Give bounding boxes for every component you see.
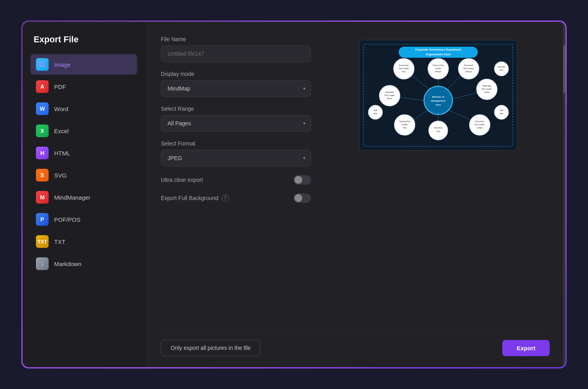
select-range-label: Select Range — [161, 106, 311, 112]
svg-text:Specialist: Specialist — [498, 66, 505, 68]
bottom-bar: Only export all pictures in the file Exp… — [161, 330, 550, 356]
image-icon: 🖼 — [36, 58, 49, 71]
svg-text:Area: Area — [435, 104, 441, 106]
preview-area: Corporate Governance Department Organisa… — [327, 36, 550, 330]
markdown-icon: ↓ — [36, 257, 49, 270]
svg-icon: S — [36, 169, 49, 181]
ultra-clear-label-group: Ultra clear export — [161, 177, 203, 183]
svg-text:Executive: Executive — [475, 120, 484, 123]
svg-text:Management: Management — [431, 100, 446, 102]
html-icon: H — [36, 147, 49, 159]
file-name-label: File Name — [161, 36, 311, 42]
svg-text:Amy: Amy — [402, 70, 406, 73]
sidebar-item-pofpos-label: POF/POS — [54, 216, 81, 223]
svg-text:Woods: Woods — [435, 70, 441, 73]
file-name-group: File Name — [161, 36, 311, 62]
svg-text:Leader: Leader — [435, 67, 441, 70]
select-range-group: Select Range All Pages Current Page Sele… — [161, 106, 311, 132]
select-range-select[interactable]: All Pages Current Page Selected Pages — [161, 115, 311, 132]
ultra-clear-knob — [294, 176, 302, 184]
sidebar-item-excel[interactable]: X Excel — [30, 121, 137, 141]
content-area: File Name Display mode MindMap Outline G… — [161, 36, 550, 330]
ultra-clear-row: Ultra clear export — [161, 175, 311, 185]
select-range-wrapper: All Pages Current Page Selected Pages ▾ — [161, 115, 311, 132]
sidebar-title: Export File — [30, 34, 137, 45]
pof-icon: P — [36, 213, 49, 226]
sidebar-item-mindmanager[interactable]: M MindManager — [30, 187, 137, 208]
sidebar-item-txt-label: TXT — [54, 238, 65, 245]
svg-point-51 — [494, 105, 509, 119]
sidebar-item-txt[interactable]: TXT TXT — [30, 231, 137, 252]
app-outer-wrapper: Export File 🖼 Image A PDF W Word X Excel… — [21, 21, 567, 368]
pdf-icon: A — [36, 80, 49, 93]
svg-text:Part Leader: Part Leader — [475, 123, 485, 126]
select-format-label: Select Format — [161, 140, 311, 147]
sidebar-item-pdf-label: PDF — [54, 83, 66, 90]
svg-text:Supervision: Supervision — [399, 64, 409, 66]
scrollbar-thumb[interactable] — [563, 45, 565, 93]
mindmanager-icon: M — [36, 191, 49, 204]
preview-card: Corporate Governance Department Organisa… — [359, 40, 517, 151]
excel-icon: X — [36, 125, 49, 137]
display-mode-group: Display mode MindMap Outline Gantt Timel… — [161, 71, 311, 97]
svg-text:Inspection: Inspection — [385, 91, 394, 93]
only-export-button[interactable]: Only export all pictures in the file — [161, 340, 260, 356]
svg-text:Leader: Leader — [401, 123, 408, 126]
svg-text:Secretary: Secretary — [434, 127, 443, 129]
main-content: File Name Display mode MindMap Outline G… — [145, 22, 565, 367]
sidebar-item-markdown-label: Markdown — [54, 261, 81, 267]
select-format-select[interactable]: JPEG PNG WebP BMP — [161, 150, 311, 166]
sidebar-item-mindmanager-label: MindManager — [54, 194, 90, 201]
select-format-group: Select Format JPEG PNG WebP BMP ▾ — [161, 140, 311, 166]
scrollbar-track[interactable] — [563, 22, 565, 367]
org-chart-svg: Corporate Governance Department Organisa… — [361, 42, 515, 149]
svg-text:Part Leader: Part Leader — [482, 88, 492, 90]
file-name-input[interactable] — [161, 45, 311, 62]
export-full-bg-label: Export Full Background — [161, 195, 219, 201]
display-mode-wrapper: MindMap Outline Gantt Timeline ▾ — [161, 80, 311, 97]
sidebar-item-image-label: Image — [54, 61, 71, 68]
svg-text:Corporate Governance Departmen: Corporate Governance Department — [415, 48, 462, 51]
select-format-wrapper: JPEG PNG WebP BMP ▾ — [161, 150, 311, 166]
svg-text:Moon: Moon — [387, 97, 392, 100]
sidebar-item-svg-label: SVG — [54, 172, 67, 179]
sidebar-item-html[interactable]: H HTML — [30, 143, 137, 163]
svg-text:Part Leader: Part Leader — [464, 67, 474, 70]
sidebar-item-word-label: Word — [54, 106, 68, 112]
svg-text:Staff: Staff — [499, 110, 503, 111]
word-icon: W — [36, 102, 49, 115]
svg-text:Tata: Tata — [403, 127, 407, 129]
export-full-bg-row: Export Full Background ? — [161, 193, 311, 203]
svg-point-48 — [494, 62, 509, 76]
export-full-bg-help-icon[interactable]: ? — [222, 194, 229, 202]
export-full-bg-knob — [294, 194, 302, 202]
ultra-clear-toggle[interactable] — [294, 175, 311, 185]
display-mode-label: Display mode — [161, 71, 311, 77]
svg-text:Training Part: Training Part — [399, 120, 411, 123]
export-button[interactable]: Export — [502, 340, 550, 356]
svg-text:Organisation Chart: Organisation Chart — [426, 53, 451, 56]
svg-text:Gullies: Gullies — [477, 127, 483, 129]
sidebar-item-word[interactable]: W Word — [30, 98, 137, 119]
sidebar-item-excel-label: Excel — [54, 128, 69, 134]
svg-text:Role: Role — [499, 69, 503, 71]
sidebar-item-html-label: HTML — [54, 150, 70, 157]
svg-point-54 — [368, 105, 383, 119]
svg-text:Part Leader: Part Leader — [399, 67, 409, 70]
app-window: Export File 🖼 Image A PDF W Word X Excel… — [23, 22, 565, 367]
svg-text:Lesion: Lesion — [484, 91, 490, 93]
sidebar-item-pofpos[interactable]: P POF/POS — [30, 209, 137, 230]
svg-text:Watchdog: Watchdog — [482, 85, 492, 87]
svg-text:Finance Part: Finance Part — [433, 64, 444, 66]
display-mode-select[interactable]: MindMap Outline Gantt Timeline — [161, 80, 311, 97]
sidebar: Export File 🖼 Image A PDF W Word X Excel… — [23, 22, 145, 367]
svg-text:Role: Role — [499, 113, 503, 115]
sidebar-item-pdf[interactable]: A PDF — [30, 76, 137, 97]
txt-icon: TXT — [36, 235, 49, 248]
export-full-bg-toggle[interactable] — [294, 193, 311, 203]
form-section: File Name Display mode MindMap Outline G… — [161, 36, 311, 330]
sidebar-item-svg[interactable]: S SVG — [30, 165, 137, 185]
svg-text:Advisor: Advisor — [466, 70, 472, 73]
sidebar-item-markdown[interactable]: ↓ Markdown — [30, 253, 137, 274]
sidebar-item-image[interactable]: 🖼 Image — [30, 54, 137, 75]
